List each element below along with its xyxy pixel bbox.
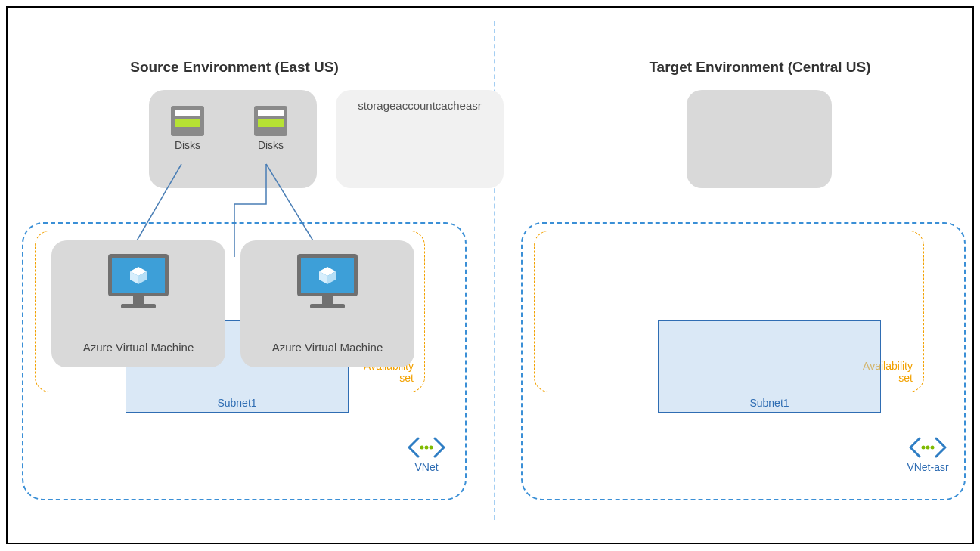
source-title: Source Environment (East US) xyxy=(91,59,378,76)
vnet-glyph-icon xyxy=(408,437,445,458)
storage-cache-box: storageaccountcacheasr xyxy=(336,90,504,188)
disk-label: Disks xyxy=(165,139,210,151)
source-subnet-label: Subnet1 xyxy=(126,397,348,409)
vm-label: Azure Virtual Machine xyxy=(51,341,225,354)
svg-point-9 xyxy=(425,446,429,450)
svg-point-13 xyxy=(931,446,935,450)
svg-point-8 xyxy=(420,446,424,450)
disk-icon-1: Disks xyxy=(165,106,210,151)
disk-drive-icon xyxy=(171,106,204,136)
target-title: Target Environment (Central US) xyxy=(616,59,904,76)
target-placeholder-box xyxy=(687,90,832,188)
svg-point-10 xyxy=(430,446,433,450)
target-subnet-label: Subnet1 xyxy=(659,397,880,409)
svg-point-12 xyxy=(926,446,930,450)
vnet-label: VNet-asr xyxy=(901,461,954,473)
source-vm-1: Azure Virtual Machine xyxy=(51,240,225,367)
disk-label: Disks xyxy=(248,139,293,151)
vm-icon xyxy=(297,254,358,313)
cube-icon xyxy=(129,265,148,285)
vm-label: Azure Virtual Machine xyxy=(240,341,414,354)
vnet-glyph-icon xyxy=(909,437,947,458)
vm-icon xyxy=(108,254,169,313)
target-subnet: Subnet1 xyxy=(658,320,881,413)
vnet-icon-source: VNet xyxy=(404,437,449,473)
disk-drive-icon xyxy=(254,106,287,136)
disk-icon-2: Disks xyxy=(248,106,293,151)
vnet-label: VNet xyxy=(404,461,449,473)
cube-icon xyxy=(318,265,337,285)
svg-point-11 xyxy=(922,446,926,450)
source-vm-2: Azure Virtual Machine xyxy=(240,240,414,367)
vnet-icon-target: VNet-asr xyxy=(901,437,954,473)
